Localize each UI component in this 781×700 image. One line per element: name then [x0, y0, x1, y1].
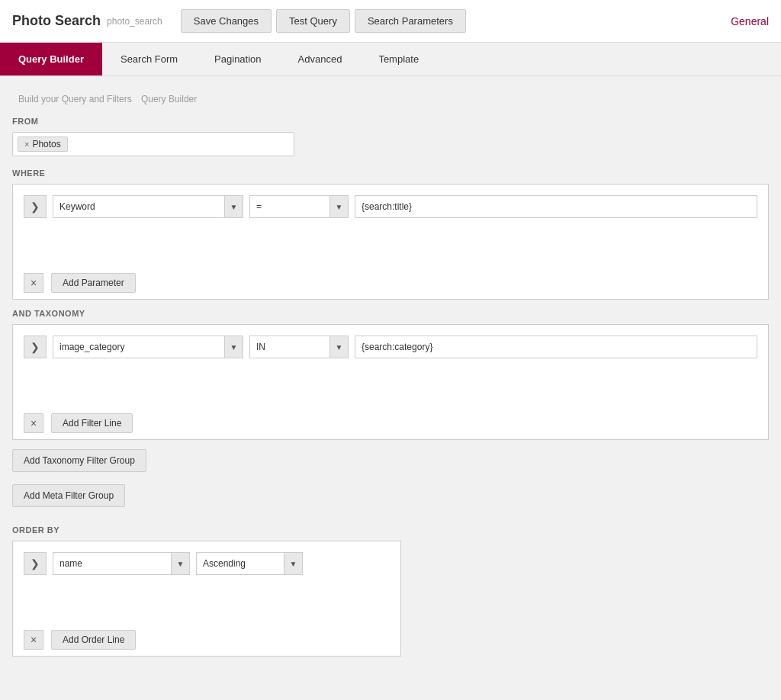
order-field-arrow-icon: ▼: [171, 553, 189, 574]
where-label: WHERE: [12, 169, 769, 178]
taxonomy-field-label: image_category: [53, 342, 224, 352]
order-field-select[interactable]: name ▼: [53, 552, 190, 575]
add-parameter-button[interactable]: Add Parameter: [51, 273, 136, 293]
general-link[interactable]: General: [731, 15, 769, 27]
taxonomy-panel: ❯ image_category ▼ IN ▼ × Add Filter Lin…: [12, 324, 769, 440]
add-meta-filter-group-button[interactable]: Add Meta Filter Group: [12, 484, 125, 507]
add-taxonomy-filter-group-button[interactable]: Add Taxonomy Filter Group: [12, 449, 146, 472]
from-tag-label: Photos: [32, 139, 60, 149]
app-subtitle: photo_search: [107, 16, 162, 27]
filter-group-buttons: Add Taxonomy Filter Group: [12, 449, 769, 478]
where-remove-button[interactable]: ×: [24, 273, 43, 293]
where-field-select[interactable]: Keyword ▼: [53, 195, 243, 218]
from-tag-container: × Photos: [12, 132, 294, 156]
order-spacer: [13, 586, 400, 624]
order-by-label: ORDER BY: [12, 525, 769, 535]
and-taxonomy-label: AND TAXONOMY: [12, 309, 769, 318]
order-field-label: name: [53, 558, 171, 569]
where-expand-button[interactable]: ❯: [24, 195, 47, 218]
where-spacer: [13, 229, 768, 267]
taxonomy-row: ❯ image_category ▼ IN ▼: [13, 325, 768, 369]
app-title: Photo Search: [12, 13, 101, 29]
where-panel: ❯ Keyword ▼ = ▼ × Add Parameter: [12, 184, 769, 300]
tab-pagination[interactable]: Pagination: [196, 43, 279, 75]
where-row: ❯ Keyword ▼ = ▼: [13, 185, 768, 229]
order-direction-arrow-icon: ▼: [284, 553, 302, 574]
taxonomy-operator-select[interactable]: IN ▼: [249, 336, 349, 358]
taxonomy-field-arrow-icon: ▼: [224, 336, 243, 358]
where-field-label: Keyword: [53, 201, 224, 212]
from-tag[interactable]: × Photos: [18, 136, 68, 152]
taxonomy-spacer: [13, 369, 768, 407]
where-operator-label: =: [250, 201, 329, 212]
from-label: FROM: [12, 117, 769, 126]
where-field-arrow-icon: ▼: [224, 196, 243, 217]
tab-template[interactable]: Template: [360, 43, 437, 75]
save-changes-button[interactable]: Save Changes: [181, 9, 272, 33]
taxonomy-operator-arrow-icon: ▼: [329, 336, 348, 358]
order-panel: ❯ name ▼ Ascending ▼ × Add Order Line: [12, 541, 401, 657]
taxonomy-remove-button[interactable]: ×: [24, 413, 43, 433]
taxonomy-expand-button[interactable]: ❯: [24, 336, 47, 358]
tab-advanced[interactable]: Advanced: [280, 43, 361, 75]
add-filter-line-button[interactable]: Add Filter Line: [51, 413, 133, 433]
where-operator-arrow-icon: ▼: [329, 196, 348, 217]
taxonomy-field-select[interactable]: image_category ▼: [53, 336, 243, 358]
nav-tabs: Query Builder Search Form Pagination Adv…: [0, 43, 781, 76]
tab-search-form[interactable]: Search Form: [102, 43, 196, 75]
where-value-input[interactable]: [355, 195, 757, 218]
taxonomy-footer: × Add Filter Line: [13, 407, 768, 439]
add-order-line-button[interactable]: Add Order Line: [51, 630, 136, 650]
section-title: Build your Query and Filters Query Build…: [12, 92, 769, 104]
tab-query-builder[interactable]: Query Builder: [0, 43, 102, 75]
test-query-button[interactable]: Test Query: [276, 9, 350, 33]
order-remove-button[interactable]: ×: [24, 630, 43, 650]
from-tag-remove-icon[interactable]: ×: [24, 140, 29, 149]
order-row: ❯ name ▼ Ascending ▼: [13, 541, 400, 586]
where-operator-select[interactable]: = ▼: [249, 195, 349, 218]
meta-filter-group-wrapper: Add Meta Filter Group: [12, 484, 769, 513]
content-area: Build your Query and Filters Query Build…: [0, 76, 781, 672]
order-direction-label: Ascending: [197, 558, 284, 569]
order-footer: × Add Order Line: [13, 624, 400, 656]
taxonomy-value-input[interactable]: [355, 336, 757, 358]
taxonomy-operator-label: IN: [250, 342, 329, 352]
order-direction-select[interactable]: Ascending ▼: [196, 552, 303, 575]
header: Photo Search photo_search Save Changes T…: [0, 0, 781, 43]
order-expand-button[interactable]: ❯: [24, 552, 47, 575]
search-parameters-button[interactable]: Search Parameters: [355, 9, 466, 33]
where-footer: × Add Parameter: [13, 267, 768, 299]
